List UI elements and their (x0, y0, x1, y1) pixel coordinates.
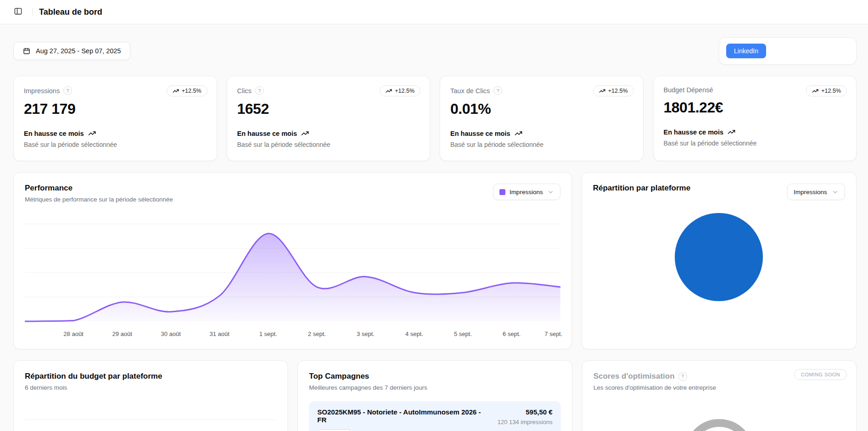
performance-title: Performance (25, 184, 560, 193)
sidebar-toggle-button[interactable] (10, 4, 26, 20)
kpi-row: Impressions ? +12.5% 217 179 En hausse c… (13, 76, 857, 161)
campaign-impressions: 120 134 impressions (498, 419, 553, 425)
trending-up-icon (386, 88, 392, 94)
x-axis-label: 5 sept. (454, 330, 472, 337)
trending-up-icon (173, 88, 179, 94)
budget-split-title: Répartition du budget par plateforme (25, 372, 276, 381)
platform-linkedin-button[interactable]: LinkedIn (726, 44, 766, 58)
delta-badge: +12.5% (806, 85, 847, 96)
campaign-name: SO2025KM95 - Notoriete - AutoImmunosem 2… (317, 408, 491, 424)
kpi-label: Budget Dépensé (664, 86, 713, 94)
x-axis-label: 2 sept. (308, 330, 326, 337)
trending-up-icon (599, 88, 605, 94)
x-axis-label: 30 août (161, 330, 180, 337)
kpi-subtext: Basé sur la période sélectionnée (664, 140, 846, 147)
kpi-label: Taux de Clics (450, 87, 490, 95)
page-title: Tableau de bord (39, 7, 102, 17)
trending-up-icon (301, 129, 309, 137)
header-divider (32, 7, 33, 17)
x-axis-label: 3 sept. (357, 330, 375, 337)
help-icon[interactable]: ? (63, 86, 72, 95)
charts-row: Performance Métriques de performance sur… (13, 172, 857, 349)
chevron-down-icon (547, 189, 554, 196)
performance-subtitle: Métriques de performance sur la période … (25, 196, 560, 203)
delta-badge: +12.5% (167, 85, 207, 96)
optimization-subtitle: Les scores d'optimisation de votre entre… (594, 384, 845, 391)
metric-select-value: Impressions (794, 189, 827, 196)
help-icon[interactable]: ? (493, 86, 502, 95)
campaign-list-item[interactable]: SO2025KM95 - Notoriete - AutoImmunosem 2… (309, 401, 560, 431)
chevron-down-icon (832, 189, 839, 196)
kpi-value: 0.01% (450, 101, 633, 118)
x-axis-label: 31 août (210, 330, 230, 337)
pie-slice-linkedin[interactable] (675, 213, 763, 301)
performance-card: Performance Métriques de performance sur… (13, 172, 572, 349)
kpi-subtext: Basé sur la période sélectionnée (24, 141, 207, 148)
platform-pie-chart (593, 213, 845, 301)
kpi-subtext: Basé sur la période sélectionnée (237, 141, 420, 148)
campaign-spend: 595,50 € (498, 408, 553, 416)
trending-up-icon (88, 129, 96, 137)
calendar-icon (23, 47, 30, 55)
area-fill (25, 234, 560, 321)
kpi-value: 1801.22€ (664, 99, 846, 116)
budget-split-card: Répartition du budget par plateforme 6 d… (13, 360, 288, 431)
help-icon[interactable]: ? (255, 86, 264, 95)
campaign-platform-badge: LinkedIn (317, 429, 351, 431)
coming-soon-badge: COMING SOON (794, 369, 847, 380)
performance-chart-svg (25, 220, 560, 327)
kpi-subtext: Basé sur la période sélectionnée (450, 141, 633, 148)
help-icon[interactable]: ? (678, 372, 687, 381)
kpi-value: 217 179 (24, 101, 207, 118)
kpi-trend: En hausse ce mois (664, 128, 846, 136)
kpi-card-budget-depense: Budget Dépensé +12.5% 1801.22€ En hausse… (653, 76, 857, 161)
delta-badge: +12.5% (593, 85, 634, 96)
score-gauge (684, 419, 754, 431)
budget-split-subtitle: 6 derniers mois (25, 384, 276, 391)
x-axis-labels: 28 août29 août30 août31 août1 sept.2 sep… (25, 330, 560, 340)
optimization-title: Scores d'optimisation (594, 372, 675, 381)
trending-up-icon (812, 88, 818, 94)
kpi-trend: En hausse ce mois (24, 129, 207, 137)
dashboard-content: Aug 27, 2025 - Sep 07, 2025 LinkedIn Imp… (0, 24, 868, 431)
metric-select-value: Impressions (510, 189, 543, 196)
kpi-card-taux-de-clics: Taux de Clics ? +12.5% 0.01% En hausse c… (440, 76, 644, 161)
top-campaigns-card: Top Campagnes Meilleures campagnes des 7… (297, 360, 572, 431)
x-axis-label: 6 sept. (503, 330, 521, 337)
trending-up-icon (728, 128, 735, 136)
kpi-trend: En hausse ce mois (450, 129, 633, 137)
kpi-value: 1652 (237, 101, 420, 118)
top-campaigns-subtitle: Meilleures campagnes des 7 derniers jour… (309, 384, 560, 391)
top-campaigns-title: Top Campagnes (309, 372, 560, 381)
trending-up-icon (515, 129, 522, 137)
kpi-card-impressions: Impressions ? +12.5% 217 179 En hausse c… (13, 76, 217, 161)
top-header: Tableau de bord (0, 0, 868, 24)
panel-left-icon (14, 7, 22, 17)
x-axis-label: 7 sept. (544, 330, 562, 337)
performance-metric-select[interactable]: Impressions (493, 184, 560, 200)
date-range-picker[interactable]: Aug 27, 2025 - Sep 07, 2025 (13, 42, 130, 60)
delta-badge: +12.5% (380, 85, 420, 96)
optimization-scores-card: Scores d'optimisation ? COMING SOON Les … (582, 360, 857, 431)
x-axis-label: 28 août (63, 330, 83, 337)
gridline (25, 420, 276, 420)
metric-color-swatch (499, 189, 505, 195)
kpi-card-clics: Clics ? +12.5% 1652 En hausse ce mois Ba… (227, 76, 431, 161)
platform-filter-card: LinkedIn (719, 37, 857, 65)
toolbar: Aug 27, 2025 - Sep 07, 2025 LinkedIn (13, 37, 857, 65)
kpi-trend: En hausse ce mois (237, 129, 420, 137)
bottom-row: Répartition du budget par plateforme 6 d… (13, 360, 857, 431)
kpi-label: Clics (237, 87, 252, 95)
performance-area-chart: 28 août29 août30 août31 août1 sept.2 sep… (25, 220, 560, 340)
x-axis-label: 1 sept. (259, 330, 277, 337)
x-axis-label: 4 sept. (405, 330, 423, 337)
platform-split-card: Répartition par plateforme Impressions (582, 172, 857, 349)
date-range-label: Aug 27, 2025 - Sep 07, 2025 (36, 47, 121, 55)
budget-bar-chart (25, 403, 276, 431)
kpi-label: Impressions (24, 87, 60, 95)
platform-metric-select[interactable]: Impressions (787, 184, 845, 200)
x-axis-label: 29 août (112, 330, 132, 337)
